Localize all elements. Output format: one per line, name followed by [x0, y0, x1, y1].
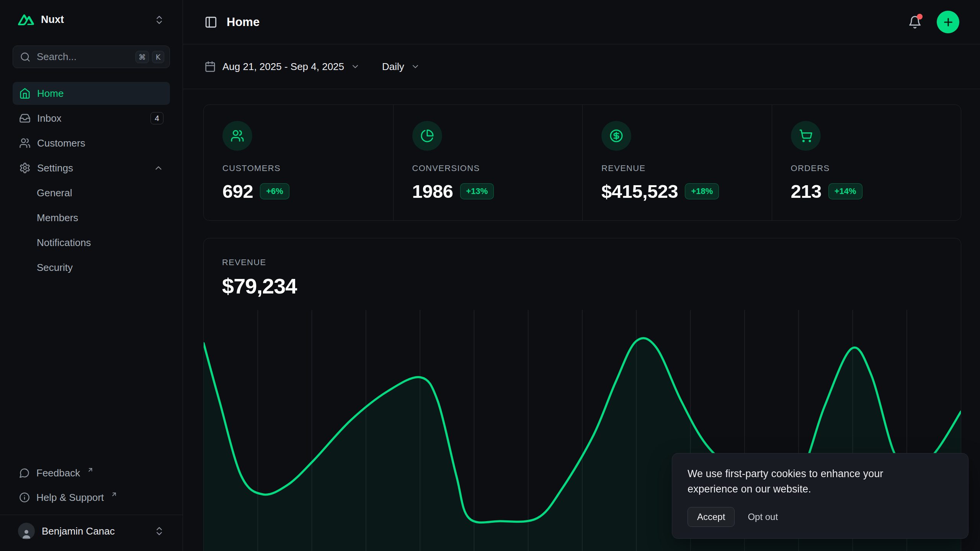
calendar-icon: [204, 61, 216, 72]
chat-icon: [19, 468, 30, 478]
cookie-actions: Accept Opt out: [688, 507, 953, 527]
stat-label: CONVERSIONS: [412, 163, 564, 173]
stat-value: $415,523: [601, 181, 678, 202]
notification-dot: [917, 14, 923, 20]
kbd-k: K: [152, 51, 164, 63]
stat-delta-badge: +14%: [828, 183, 862, 199]
home-icon: [19, 88, 31, 99]
user-name: Benjamin Canac: [42, 525, 147, 537]
sidebar-item-customers[interactable]: Customers: [13, 132, 170, 155]
sidebar-item-inbox[interactable]: Inbox 4: [13, 107, 170, 130]
sidebar-item-members[interactable]: Members: [13, 206, 170, 229]
cookie-message: We use first-party cookies to enhance yo…: [688, 466, 936, 497]
plus-icon: [942, 16, 954, 28]
avatar: [18, 523, 35, 540]
panel-icon[interactable]: [204, 16, 217, 29]
stat-revenue[interactable]: REVENUE $415,523 +18%: [582, 105, 772, 220]
search-placeholder: Search...: [37, 51, 129, 63]
help-support-link[interactable]: Help & Support: [13, 486, 170, 509]
notifications-button[interactable]: [904, 11, 926, 33]
workspace-name: Nuxt: [41, 14, 147, 26]
users-icon: [19, 137, 31, 149]
chart-total-value: $79,234: [222, 274, 942, 298]
stat-delta-badge: +18%: [685, 183, 719, 199]
user-menu[interactable]: Benjamin Canac: [0, 515, 183, 551]
users-icon: [222, 121, 252, 151]
add-button[interactable]: [937, 11, 959, 33]
sidebar-subitem-label: Security: [37, 262, 73, 274]
sidebar-item-label: Customers: [37, 137, 85, 149]
chevrons-up-down-icon: [154, 526, 165, 536]
stat-value: 692: [222, 181, 253, 202]
topbar: Home: [183, 0, 980, 44]
granularity-select[interactable]: Daily: [382, 61, 420, 73]
sidebar-item-label: Settings: [37, 162, 73, 174]
date-range-label: Aug 21, 2025 - Sep 4, 2025: [222, 61, 344, 73]
stat-delta-badge: +6%: [260, 183, 289, 199]
external-link-icon: [87, 466, 94, 473]
sidebar-item-home[interactable]: Home: [13, 82, 170, 105]
inbox-icon: [19, 112, 31, 124]
page-title: Home: [227, 15, 260, 29]
stat-conversions[interactable]: CONVERSIONS 1986 +13%: [393, 105, 583, 220]
stat-label: ORDERS: [791, 163, 942, 173]
sidebar-item-general[interactable]: General: [13, 181, 170, 204]
chart-header: REVENUE $79,234: [204, 238, 961, 298]
sidebar: Nuxt Search... ⌘ K: [0, 0, 183, 551]
stat-label: REVENUE: [601, 163, 753, 173]
opt-out-button[interactable]: Opt out: [746, 507, 779, 527]
sidebar-subitem-label: General: [37, 187, 72, 199]
toolbar: Aug 21, 2025 - Sep 4, 2025 Daily: [183, 44, 980, 89]
feedback-label: Feedback: [36, 467, 80, 479]
nuxt-logo-icon: [18, 14, 34, 25]
stat-label: CUSTOMERS: [222, 163, 374, 173]
inbox-count-badge: 4: [150, 112, 163, 124]
search-input[interactable]: Search... ⌘ K: [13, 46, 170, 68]
chevron-down-icon: [351, 62, 360, 71]
chart-title: REVENUE: [222, 258, 942, 267]
topbar-right: [904, 11, 959, 33]
sidebar-item-label: Inbox: [37, 112, 62, 124]
sidebar-item-security[interactable]: Security: [13, 256, 170, 279]
date-range-picker[interactable]: Aug 21, 2025 - Sep 4, 2025: [204, 61, 360, 73]
search-shortcut: ⌘ K: [136, 51, 164, 63]
feedback-link[interactable]: Feedback: [13, 461, 170, 485]
info-icon: [19, 492, 30, 503]
sidebar-subitem-label: Notifications: [37, 237, 91, 249]
chevron-down-icon: [411, 62, 420, 71]
sidebar-subitem-label: Members: [37, 212, 78, 224]
stat-customers[interactable]: CUSTOMERS 692 +6%: [204, 105, 393, 220]
chevrons-up-down-icon: [154, 15, 165, 25]
pie-chart-icon: [412, 121, 442, 151]
accept-button[interactable]: Accept: [688, 507, 735, 527]
sidebar-item-label: Home: [37, 88, 64, 99]
gear-icon: [19, 162, 31, 174]
sidebar-item-notifications[interactable]: Notifications: [13, 231, 170, 254]
stat-value: 213: [791, 181, 822, 202]
stat-orders[interactable]: ORDERS 213 +14%: [772, 105, 961, 220]
external-link-icon: [111, 491, 118, 498]
sidebar-main: Nuxt Search... ⌘ K: [0, 0, 183, 515]
search-icon: [20, 52, 31, 62]
granularity-label: Daily: [382, 61, 404, 73]
sidebar-item-settings[interactable]: Settings: [13, 156, 170, 179]
kbd-cmd: ⌘: [136, 51, 149, 63]
stats-card: CUSTOMERS 692 +6% CONVERSIONS 1986 +13%: [203, 104, 961, 221]
dollar-circle-icon: [601, 121, 631, 151]
help-support-label: Help & Support: [36, 492, 104, 504]
topbar-left: Home: [204, 15, 260, 29]
chevron-up-icon: [154, 163, 163, 173]
stat-delta-badge: +13%: [460, 183, 494, 199]
stat-value: 1986: [412, 181, 453, 202]
cart-icon: [791, 121, 821, 151]
sidebar-footer: Feedback Help & Support: [13, 461, 170, 515]
sidebar-nav: Home Inbox 4 Customers: [13, 82, 170, 279]
cookie-banner: We use first-party cookies to enhance yo…: [672, 453, 969, 539]
workspace-switcher[interactable]: Nuxt: [13, 10, 170, 29]
